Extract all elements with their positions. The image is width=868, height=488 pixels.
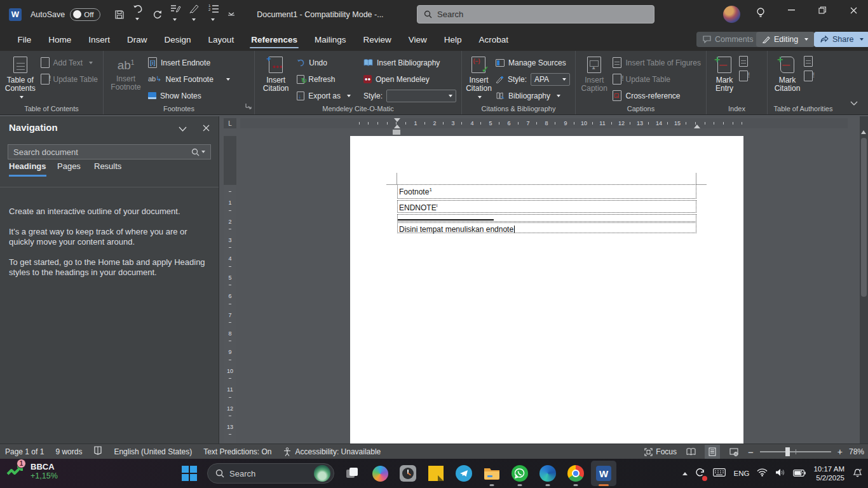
page-indicator[interactable]: Page 1 of 1	[5, 447, 44, 456]
zoom-slider[interactable]	[760, 451, 831, 452]
sticky-notes-button[interactable]	[422, 459, 450, 488]
update-index-icon[interactable]: !	[739, 71, 748, 81]
accessibility-status[interactable]: Accessibility: Unavailable	[283, 447, 381, 456]
insert-footnote-button[interactable]: ab1 Insert Footnote	[107, 54, 145, 92]
scrollbar-up-arrow[interactable]	[861, 130, 866, 134]
taskbar-search-box[interactable]: Search	[207, 463, 334, 484]
mendeley-refresh-button[interactable]: ↻Refresh	[294, 71, 354, 87]
navigation-dropdown-icon[interactable]	[179, 123, 187, 134]
tab-help[interactable]: Help	[435, 29, 470, 51]
text-predictions-indicator[interactable]: Text Predictions: On	[203, 447, 271, 456]
footnote-reference-line[interactable]: Footnote1	[397, 184, 696, 199]
editing-mode-button[interactable]: Editing	[756, 32, 815, 47]
tab-file[interactable]: File	[9, 29, 40, 51]
next-footnote-button[interactable]: ab↳Next Footnote	[145, 71, 233, 87]
manage-sources-button[interactable]: Manage Sources	[492, 55, 573, 71]
clock[interactable]: 10:17 AM 5/2/2025	[813, 464, 844, 482]
user-avatar[interactable]	[723, 6, 740, 23]
battery-icon[interactable]	[793, 468, 806, 479]
language-indicator[interactable]: English (United States)	[114, 447, 192, 456]
minimize-button[interactable]	[776, 0, 806, 20]
task-view-button[interactable]	[338, 459, 366, 488]
right-indent-marker[interactable]	[694, 125, 700, 128]
zoom-out-button[interactable]: −	[748, 447, 754, 458]
tab-stop-selector[interactable]: L	[224, 118, 236, 128]
cross-reference-button[interactable]: –Cross-reference	[609, 88, 704, 104]
clock-app-button[interactable]	[394, 459, 422, 488]
insert-citation-button[interactable]: (–)✓ Insert Citation	[465, 54, 492, 101]
comments-button[interactable]: Comments	[696, 32, 759, 47]
mendeley-export-button[interactable]: ↓Export as	[294, 88, 354, 104]
update-table-of-authorities-icon[interactable]: !	[804, 71, 813, 81]
mark-entry-button[interactable]: +— Mark Entry	[710, 54, 739, 93]
undo-button[interactable]	[133, 4, 144, 25]
zoom-slider-handle[interactable]	[785, 447, 790, 456]
copilot-button[interactable]	[366, 459, 394, 488]
insert-index-icon[interactable]	[739, 56, 748, 67]
editor-dropdown-icon[interactable]	[173, 18, 177, 21]
zoom-in-button[interactable]: +	[837, 447, 843, 457]
first-line-indent-marker[interactable]	[394, 118, 400, 122]
nav-tab-headings[interactable]: Headings	[9, 161, 46, 177]
touch-keyboard-icon[interactable]	[713, 468, 726, 479]
mendeley-undo-button[interactable]: Undo	[294, 55, 354, 71]
volume-icon[interactable]	[775, 468, 785, 479]
tab-insert[interactable]: Insert	[80, 29, 119, 51]
proofing-icon[interactable]	[93, 446, 102, 457]
titlebar-search-box[interactable]: Search	[417, 5, 654, 24]
tab-layout[interactable]: Layout	[200, 29, 243, 51]
citation-style-combobox[interactable]: APA	[531, 73, 570, 86]
restore-button[interactable]	[808, 0, 837, 20]
search-options-dropdown-icon[interactable]	[201, 151, 205, 153]
tab-mailings[interactable]: Mailings	[306, 29, 355, 51]
navigation-search-input[interactable]: Search document	[8, 144, 211, 159]
zoom-level[interactable]: 78%	[849, 447, 864, 456]
redo-button[interactable]	[153, 10, 162, 19]
wifi-icon[interactable]	[757, 468, 768, 479]
update-table-captions-button[interactable]: !Update Table	[609, 71, 704, 87]
update-table-button[interactable]: !Update Table	[37, 71, 102, 87]
whatsapp-button[interactable]	[506, 459, 534, 488]
tab-review[interactable]: Review	[355, 29, 400, 51]
word-app-icon[interactable]: W	[9, 8, 22, 21]
show-notes-button[interactable]: Show Notes	[145, 88, 233, 104]
save-button[interactable]	[114, 10, 125, 20]
collapse-ribbon-button[interactable]	[850, 97, 858, 108]
vertical-ruler[interactable]: 1 2 3 4 5 6 7 8 9 10 11 12 13	[224, 136, 236, 444]
document-page[interactable]: Footnote1 ENDNOTEi Disini tempat menulis…	[350, 136, 743, 444]
hanging-indent-marker[interactable]	[394, 125, 400, 128]
stocks-widget[interactable]: 1 BBCA +1,15%	[6, 462, 58, 481]
print-layout-button[interactable]	[705, 445, 720, 459]
horizontal-ruler[interactable]: 1 2 3 4 5 6 7 8 9 10 11 12 13 14 15	[240, 118, 848, 128]
mendeley-insert-citation-button[interactable]: +●●● Insert Citation	[258, 54, 294, 93]
nav-tab-pages[interactable]: Pages	[57, 161, 81, 175]
sync-status-icon[interactable]	[695, 468, 705, 480]
lightbulb-icon[interactable]	[756, 7, 765, 22]
pen-dropdown-icon[interactable]	[192, 18, 196, 21]
left-indent-marker[interactable]	[393, 130, 400, 135]
undo-dropdown-icon[interactable]	[135, 18, 139, 20]
focus-button[interactable]: Focus	[644, 447, 677, 456]
share-button[interactable]: Share	[814, 32, 868, 47]
open-mendeley-button[interactable]: ●●Open Mendeley	[360, 71, 459, 87]
add-text-button[interactable]: Add Text	[37, 55, 102, 71]
numbered-list-button[interactable]: 12	[208, 4, 219, 25]
footnotes-dialog-launcher[interactable]	[245, 100, 252, 112]
list-dropdown-icon[interactable]	[211, 18, 215, 21]
navigation-close-icon[interactable]	[203, 123, 210, 134]
input-language[interactable]: ENG	[733, 470, 749, 477]
word-taskbar-button[interactable]: W	[590, 459, 618, 488]
endnote-separator-paragraph[interactable]	[397, 214, 696, 222]
insert-caption-button[interactable]: ▲ Insert Caption	[579, 54, 609, 93]
autosave-toggle[interactable]: Off	[70, 8, 100, 21]
endnote-body-line[interactable]: Disini tempat menuliskan endnote	[397, 222, 696, 233]
bibliography-button[interactable]: Bibliography	[492, 88, 573, 104]
tab-references[interactable]: References	[243, 29, 306, 51]
pen-button[interactable]	[189, 4, 200, 25]
table-of-contents-button[interactable]: Table of Contents	[3, 54, 37, 101]
mendeley-style-combobox[interactable]	[386, 90, 456, 102]
tab-design[interactable]: Design	[156, 29, 200, 51]
insert-table-of-figures-button[interactable]: Insert Table of Figures	[609, 55, 704, 71]
insert-table-of-authorities-icon[interactable]	[804, 56, 813, 67]
vertical-scrollbar[interactable]	[860, 116, 868, 444]
